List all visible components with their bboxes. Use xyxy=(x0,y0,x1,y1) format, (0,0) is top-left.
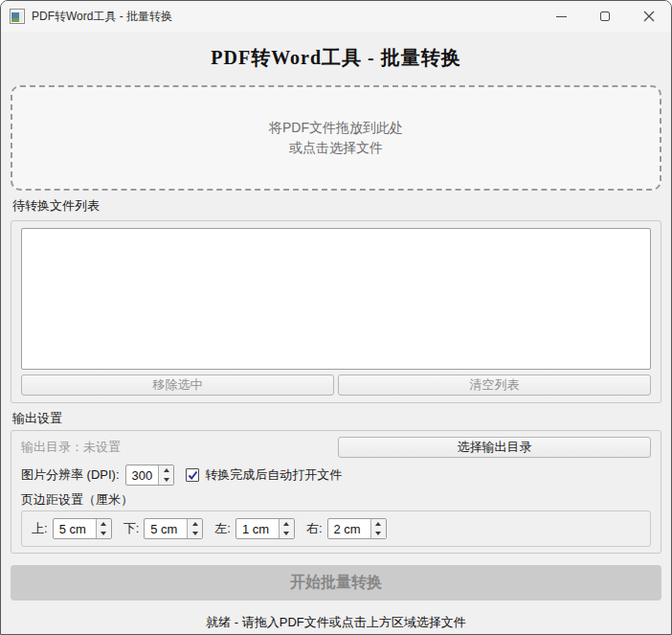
start-batch-convert-button[interactable]: 开始批量转换 xyxy=(11,565,661,601)
margins-groupbox: 上: 5 cm 下: 5 cm xyxy=(21,510,651,547)
clear-list-button[interactable]: 清空列表 xyxy=(338,374,651,396)
margin-field-top: 上: 5 cm xyxy=(32,518,112,539)
spin-up-icon xyxy=(192,522,198,526)
checkbox-check-icon xyxy=(188,470,198,481)
status-text: 就绪 - 请拖入PDF文件或点击上方区域选择文件 xyxy=(11,614,661,631)
auto-open-label: 转换完成后自动打开文件 xyxy=(205,466,342,484)
maximize-icon xyxy=(600,11,610,21)
spin-down-icon xyxy=(101,532,106,535)
margin-bottom-spinner[interactable]: 5 cm xyxy=(144,518,203,539)
auto-open-checkbox[interactable] xyxy=(186,468,199,482)
app-window: PDF转Word工具 - 批量转换 PDF转Word工具 - 批量转换 将PDF… xyxy=(0,0,672,635)
file-list-group-title: 待转换文件列表 xyxy=(11,197,661,215)
spin-up-button[interactable] xyxy=(159,465,173,475)
margin-right-value: 2 cm xyxy=(328,519,370,538)
margin-bottom-label: 下: xyxy=(123,520,140,537)
titlebar: PDF转Word工具 - 批量转换 xyxy=(1,1,671,32)
minimize-icon xyxy=(556,16,567,17)
minimize-button[interactable] xyxy=(539,1,583,32)
spin-down-icon xyxy=(164,478,169,482)
spin-up-button[interactable] xyxy=(97,519,111,529)
spin-up-icon xyxy=(164,468,169,472)
choose-output-dir-button[interactable]: 选择输出目录 xyxy=(338,437,651,458)
margin-bottom-value: 5 cm xyxy=(145,519,187,538)
main-content: PDF转Word工具 - 批量转换 将PDF文件拖放到此处 或点击选择文件 待转… xyxy=(1,32,671,634)
margin-field-right: 右: 2 cm xyxy=(306,518,387,539)
dpi-row: 图片分辨率 (DPI): 300 转换完成后自动打开文件 xyxy=(21,465,651,486)
close-button[interactable] xyxy=(627,1,671,32)
close-icon xyxy=(643,11,655,22)
auto-open-checkbox-wrap: 转换完成后自动打开文件 xyxy=(186,466,342,484)
spin-down-button[interactable] xyxy=(188,529,202,538)
spin-down-button[interactable] xyxy=(159,475,173,485)
output-dir-label: 输出目录：未设置 xyxy=(21,439,121,456)
spin-up-button[interactable] xyxy=(371,519,386,529)
spin-down-icon xyxy=(375,532,381,535)
spin-down-icon xyxy=(283,532,289,535)
output-dir-row: 输出目录：未设置 选择输出目录 xyxy=(21,437,651,458)
margins-group-title: 页边距设置（厘米） xyxy=(21,491,651,508)
margin-bottom-arrows xyxy=(187,519,202,538)
spin-down-button[interactable] xyxy=(280,529,294,538)
margin-top-spinner[interactable]: 5 cm xyxy=(53,518,112,539)
spin-up-button[interactable] xyxy=(280,519,294,529)
pending-file-list[interactable] xyxy=(21,228,651,370)
margin-left-label: 左: xyxy=(214,520,231,537)
spin-down-button[interactable] xyxy=(371,529,386,538)
margin-top-value: 5 cm xyxy=(54,519,96,538)
maximize-button[interactable] xyxy=(583,1,627,32)
margin-left-spinner[interactable]: 1 cm xyxy=(235,518,295,539)
margin-right-label: 右: xyxy=(306,520,323,537)
dropzone-line2: 或点击选择文件 xyxy=(289,138,383,158)
app-icon xyxy=(10,9,25,24)
dpi-spinner[interactable]: 300 xyxy=(125,465,175,486)
margin-right-arrows xyxy=(370,519,386,538)
margin-field-left: 左: 1 cm xyxy=(214,518,295,539)
dpi-label: 图片分辨率 (DPI): xyxy=(21,466,120,484)
dropzone-line1: 将PDF文件拖放到此处 xyxy=(269,118,403,138)
window-title: PDF转Word工具 - 批量转换 xyxy=(32,9,172,25)
spin-up-icon xyxy=(283,522,289,526)
spin-down-icon xyxy=(192,532,198,535)
file-list-buttons: 移除选中 清空列表 xyxy=(21,374,651,396)
margin-field-bottom: 下: 5 cm xyxy=(123,518,204,539)
spin-up-icon xyxy=(101,522,106,526)
dpi-value: 300 xyxy=(126,465,159,485)
output-settings-groupbox: 输出目录：未设置 选择输出目录 图片分辨率 (DPI): 300 xyxy=(11,430,661,554)
spin-up-button[interactable] xyxy=(188,519,202,529)
spin-up-icon xyxy=(375,522,381,526)
margin-top-label: 上: xyxy=(32,520,48,537)
margin-left-arrows xyxy=(279,519,294,538)
remove-selected-button[interactable]: 移除选中 xyxy=(21,374,334,396)
output-settings-group-title: 输出设置 xyxy=(11,410,661,427)
pdf-dropzone[interactable]: 将PDF文件拖放到此处 或点击选择文件 xyxy=(11,85,661,191)
margin-top-arrows xyxy=(96,519,111,538)
margin-left-value: 1 cm xyxy=(236,519,279,538)
page-title: PDF转Word工具 - 批量转换 xyxy=(11,45,661,70)
file-list-groupbox: 移除选中 清空列表 xyxy=(11,220,661,403)
spin-down-button[interactable] xyxy=(97,529,111,538)
dpi-spinner-arrows xyxy=(158,465,173,485)
margin-right-spinner[interactable]: 2 cm xyxy=(327,518,387,539)
